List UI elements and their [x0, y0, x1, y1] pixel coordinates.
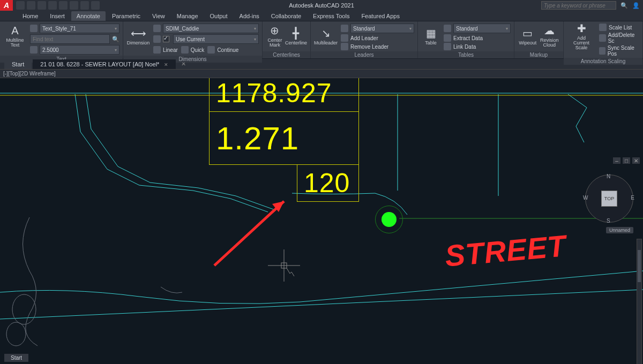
- scale-list-button[interactable]: Scale List: [599, 24, 639, 31]
- centerline-button[interactable]: ╋ Centerline: [285, 24, 307, 48]
- drawing-canvas[interactable]: 1178.927 1.271 120 STREET – □ ✕ TOP N E …: [0, 78, 643, 364]
- addscale-icon: ✚: [575, 22, 588, 35]
- continue-button[interactable]: Continue: [207, 46, 238, 54]
- add-leader-button[interactable]: Add Leader: [341, 34, 414, 42]
- app-title: Autodesk AutoCAD 2021: [289, 2, 354, 9]
- text-icon: A: [9, 24, 21, 37]
- search-icon[interactable]: 🔍: [620, 2, 628, 9]
- dimlayer-icon: [153, 35, 161, 43]
- vp-min-icon[interactable]: –: [613, 157, 620, 164]
- svg-point-5: [6, 322, 26, 346]
- dimension-button[interactable]: ⟷ Dimension: [126, 24, 150, 48]
- panel-title-centerlines: Centerlines: [263, 51, 310, 58]
- text-height-dropdown[interactable]: 2.5000: [40, 45, 119, 55]
- viewcube[interactable]: TOP N E S W: [585, 175, 633, 223]
- linkdata-icon: [444, 43, 451, 50]
- find-text-input[interactable]: [30, 34, 110, 44]
- viewcube-n: N: [607, 173, 610, 179]
- svg-line-1: [0, 290, 643, 319]
- quick-icon: [181, 46, 189, 54]
- qat-more-icon[interactable]: [91, 1, 100, 10]
- panel-markup: ▭ Wipeout ☁ Revision Cloud Markup: [514, 21, 564, 58]
- centermark-icon: ⊕: [268, 24, 281, 37]
- tab-annotate[interactable]: Annotate: [71, 11, 106, 21]
- dim-style-dropdown[interactable]: SDIM_Caddie: [163, 24, 259, 33]
- dimstyle-icon: [153, 25, 161, 32]
- document-tabs: Start 21 01 08. 6228 - SEWER LAYOUT [A0]…: [0, 59, 643, 70]
- qat-open-icon[interactable]: [27, 1, 35, 10]
- dimension-icon: ⟷: [132, 27, 145, 40]
- dimension-value-2: 1.271: [209, 111, 359, 165]
- multileader-button[interactable]: ↘ Multileader: [314, 24, 338, 48]
- view-unnamed-tag[interactable]: Unnamed: [606, 227, 633, 233]
- tab-view[interactable]: View: [147, 11, 170, 21]
- tab-collaborate[interactable]: Collaborate: [266, 11, 306, 21]
- revcloud-button[interactable]: ☁ Revision Cloud: [539, 24, 560, 48]
- use-current-checkbox[interactable]: [163, 36, 169, 42]
- tab-parametric[interactable]: Parametric: [107, 11, 146, 21]
- doctab-start[interactable]: Start: [4, 59, 32, 69]
- table-button[interactable]: ▦ Table: [421, 24, 440, 48]
- tab-manage[interactable]: Manage: [171, 11, 204, 21]
- layout-tab-start[interactable]: Start: [4, 354, 28, 362]
- add-scale-button[interactable]: ✚ Add Current Scale: [567, 24, 596, 48]
- viewcube-face[interactable]: TOP: [601, 191, 617, 207]
- vp-max-icon[interactable]: □: [623, 157, 630, 164]
- extract-icon: [444, 34, 451, 42]
- svg-point-4: [12, 294, 36, 324]
- doctab-file[interactable]: 21 01 08. 6228 - SEWER LAYOUT [A0] Noel*…: [33, 59, 176, 69]
- qat-save-icon[interactable]: [38, 1, 46, 10]
- table-style-dropdown[interactable]: Standard: [453, 24, 511, 33]
- link-data-button[interactable]: Link Data: [444, 43, 511, 50]
- remove-leader-button[interactable]: Remove Leader: [341, 43, 414, 50]
- viewport-label[interactable]: [-][Top][2D Wireframe]: [0, 70, 643, 78]
- vp-close-icon[interactable]: ✕: [632, 157, 640, 164]
- multileader-icon: ↘: [319, 27, 332, 40]
- tab-insert[interactable]: Insert: [44, 11, 70, 21]
- point-marker[interactable]: [382, 212, 397, 227]
- qat-undo-icon[interactable]: [70, 1, 78, 10]
- qat-plot-icon[interactable]: [59, 1, 68, 10]
- use-current-dropdown[interactable]: Use Current: [173, 34, 259, 44]
- vertical-scrollbar[interactable]: [637, 239, 642, 364]
- panel-title-annoscale: Annotation Scaling: [564, 58, 642, 65]
- qat-new-icon[interactable]: [16, 1, 25, 10]
- panel-text: A Multiline Text Text_Style_71 🔍 2.5000 …: [0, 21, 123, 58]
- panel-leaders: ↘ Multileader Standard Add Leader Remove…: [311, 21, 418, 58]
- viewcube-w: W: [583, 195, 588, 201]
- tab-output[interactable]: Output: [205, 11, 233, 21]
- centermark-button[interactable]: ⊕ Center Mark: [266, 24, 284, 48]
- scalelist-icon: [599, 24, 607, 31]
- quick-button[interactable]: Quick: [181, 46, 205, 54]
- multiline-text-button[interactable]: A Multiline Text: [3, 24, 27, 48]
- linear-button[interactable]: Linear: [153, 46, 178, 54]
- adddelete-scale-button[interactable]: Add/Delete Sc: [599, 32, 639, 44]
- revcloud-icon: ☁: [543, 24, 556, 37]
- leader-style-dropdown[interactable]: Standard: [350, 24, 414, 33]
- qat-saveas-icon[interactable]: [48, 1, 57, 10]
- panel-title-tables[interactable]: Tables: [418, 51, 514, 58]
- title-bar: A Autodesk AutoCAD 2021 🔍 👤: [0, 0, 643, 11]
- app-logo[interactable]: A: [0, 0, 13, 11]
- wipeout-icon: ▭: [521, 27, 534, 40]
- ribbon: A Multiline Text Text_Style_71 🔍 2.5000 …: [0, 21, 643, 59]
- sync-icon: [599, 47, 605, 55]
- tab-addins[interactable]: Add-ins: [234, 11, 265, 21]
- doctab-file-label: 21 01 08. 6228 - SEWER LAYOUT [A0] Noel*: [40, 61, 159, 67]
- tab-expresstools[interactable]: Express Tools: [308, 11, 355, 21]
- tab-featuredapps[interactable]: Featured Apps: [356, 11, 405, 21]
- wipeout-button[interactable]: ▭ Wipeout: [518, 24, 538, 48]
- sync-scale-button[interactable]: Sync Scale Pos: [599, 45, 639, 57]
- close-icon[interactable]: ✕: [164, 62, 168, 67]
- find-icon[interactable]: 🔍: [112, 35, 119, 43]
- tab-home[interactable]: Home: [17, 11, 43, 21]
- signin-icon[interactable]: 👤: [632, 2, 640, 9]
- centerline-icon: ╋: [289, 27, 302, 40]
- text-style-dropdown[interactable]: Text_Style_71: [40, 24, 119, 33]
- svg-line-11: [214, 201, 284, 266]
- panel-title-leaders[interactable]: Leaders: [311, 51, 417, 58]
- help-search-input[interactable]: [541, 1, 616, 10]
- qat-redo-icon[interactable]: [80, 1, 89, 10]
- extract-data-button[interactable]: Extract Data: [444, 34, 511, 42]
- scroll-thumb[interactable]: [638, 250, 641, 282]
